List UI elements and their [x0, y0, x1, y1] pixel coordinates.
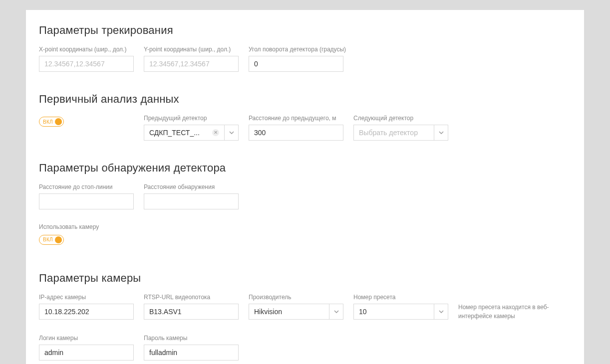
label-camera-preset: Номер пресета: [353, 294, 448, 301]
label-x-point: X-point координаты (шир., дол.): [39, 46, 134, 53]
row-camera-2: Логин камеры Пароль камеры: [39, 335, 571, 361]
toggle-knob-icon: [55, 118, 62, 125]
select-camera-vendor-text: Hikvision: [254, 308, 324, 316]
field-use-camera: Использовать камеру вкл: [39, 223, 571, 245]
row-primary: вкл Предыдущий детектор СДКП_ТЕСТ_... ✕ …: [39, 115, 571, 141]
select-next-detector[interactable]: Выбрать детектор: [353, 125, 448, 141]
input-y-point[interactable]: [144, 56, 239, 72]
row-camera-1: IP-адрес камеры RTSP-URL видеопотока Про…: [39, 294, 571, 321]
field-y-point: Y-point координаты (шир., дол.): [144, 46, 239, 72]
label-camera-ip: IP-адрес камеры: [39, 294, 134, 301]
select-camera-vendor-display: Hikvision: [249, 304, 329, 320]
field-stop-line: Расстояние до стоп-линии: [39, 183, 134, 209]
field-distance-prev: Расстояние до предыдущего, м: [249, 115, 343, 141]
field-camera-vendor: Производитель Hikvision: [249, 294, 343, 321]
field-camera-ip: IP-адрес камеры: [39, 294, 134, 321]
input-camera-password[interactable]: [144, 345, 239, 361]
toggle-use-camera[interactable]: вкл: [39, 235, 64, 245]
input-x-point[interactable]: [39, 56, 134, 72]
hint-preset: Номер пресета находится в веб-интерфейсе…: [458, 294, 553, 321]
field-next-detector: Следующий детектор Выбрать детектор: [353, 115, 448, 141]
input-camera-ip[interactable]: [39, 304, 134, 320]
input-stop-line[interactable]: [39, 193, 134, 209]
field-x-point: X-point координаты (шир., дол.): [39, 46, 134, 72]
toggle-knob-icon: [55, 236, 62, 243]
field-camera-password: Пароль камеры: [144, 335, 239, 361]
chevron-down-icon[interactable]: [225, 125, 239, 141]
select-prev-detector-display: СДКП_ТЕСТ_... ✕: [144, 125, 225, 141]
label-prev-detector: Предыдущий детектор: [144, 115, 239, 122]
field-camera-login: Логин камеры: [39, 335, 134, 361]
select-camera-preset[interactable]: 10: [353, 304, 448, 320]
field-camera-rtsp: RTSP-URL видеопотока: [144, 294, 239, 321]
label-y-point: Y-point координаты (шир., дол.): [144, 46, 239, 53]
input-angle[interactable]: [249, 56, 343, 72]
label-camera-vendor: Производитель: [249, 294, 343, 301]
select-prev-detector-text: СДКП_ТЕСТ_...: [149, 129, 209, 137]
row-tracking: X-point координаты (шир., дол.) Y-point …: [39, 46, 571, 72]
section-title-detection: Параметры обнаружения детектора: [39, 162, 571, 175]
row-detection: Расстояние до стоп-линии Расстояние обна…: [39, 183, 571, 209]
toggle-primary-analysis[interactable]: вкл: [39, 117, 64, 127]
section-title-primary: Первичный анализ данных: [39, 93, 571, 106]
label-next-detector: Следующий детектор: [353, 115, 448, 122]
label-angle: Угол поворота детектора (градусы): [249, 46, 343, 53]
settings-panel: Параметры трекирования X-point координат…: [26, 10, 584, 364]
select-camera-preset-text: 10: [359, 308, 429, 316]
label-stop-line: Расстояние до стоп-линии: [39, 183, 134, 190]
field-angle: Угол поворота детектора (градусы): [249, 46, 343, 72]
input-detection-distance[interactable]: [144, 193, 239, 209]
input-camera-login[interactable]: [39, 345, 134, 361]
label-detection-distance: Расстояние обнаружения: [144, 183, 239, 190]
select-next-detector-placeholder: Выбрать детектор: [359, 129, 429, 137]
select-camera-vendor[interactable]: Hikvision: [249, 304, 343, 320]
field-detection-distance: Расстояние обнаружения: [144, 183, 239, 209]
label-camera-password: Пароль камеры: [144, 335, 239, 342]
clear-icon[interactable]: ✕: [212, 129, 219, 136]
input-camera-rtsp[interactable]: [144, 304, 239, 320]
input-distance-prev[interactable]: [249, 125, 343, 141]
label-camera-login: Логин камеры: [39, 335, 134, 342]
toggle-use-camera-label: вкл: [43, 237, 53, 242]
chevron-down-icon[interactable]: [329, 304, 343, 320]
section-title-camera: Параметры камеры: [39, 272, 571, 285]
label-distance-prev: Расстояние до предыдущего, м: [249, 115, 343, 122]
chevron-down-icon[interactable]: [434, 304, 448, 320]
chevron-down-icon[interactable]: [434, 125, 448, 141]
select-camera-preset-display: 10: [353, 304, 434, 320]
select-next-detector-display: Выбрать детектор: [353, 125, 434, 141]
select-prev-detector[interactable]: СДКП_ТЕСТ_... ✕: [144, 125, 239, 141]
field-prev-detector: Предыдущий детектор СДКП_ТЕСТ_... ✕: [144, 115, 239, 141]
field-primary-toggle: вкл: [39, 115, 134, 141]
toggle-primary-label: вкл: [43, 119, 53, 125]
label-use-camera: Использовать камеру: [39, 223, 571, 230]
section-title-tracking: Параметры трекирования: [39, 24, 571, 37]
label-camera-rtsp: RTSP-URL видеопотока: [144, 294, 239, 301]
field-camera-preset: Номер пресета 10: [353, 294, 448, 321]
